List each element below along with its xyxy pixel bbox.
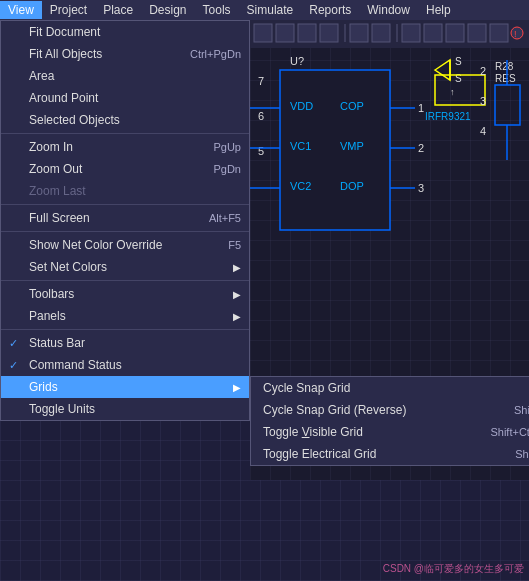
menu-toggle-units[interactable]: Toggle Units: [1, 398, 249, 420]
svg-text:1: 1: [418, 102, 424, 114]
menu-bar: View Project Place Design Tools Simulate…: [0, 0, 529, 20]
menu-item-view[interactable]: View: [0, 1, 42, 19]
submenu-toggle-visible-grid[interactable]: Toggle Visible Grid Shift+Ctrl+G: [251, 421, 529, 443]
menu-set-net-colors[interactable]: Set Net Colors ▶: [1, 256, 249, 278]
svg-rect-11: [402, 24, 420, 42]
menu-zoom-last[interactable]: Zoom Last: [1, 180, 249, 202]
svg-rect-3: [254, 24, 272, 42]
menu-item-window[interactable]: Window: [359, 1, 418, 19]
menu-item-simulate[interactable]: Simulate: [239, 1, 302, 19]
toggle-electrical-grid-label: Toggle Electrical Grid: [263, 447, 376, 461]
menu-item-place[interactable]: Place: [95, 1, 141, 19]
menu-around-point[interactable]: Around Point: [1, 87, 249, 109]
svg-text:VC1: VC1: [290, 140, 311, 152]
svg-point-16: [511, 27, 523, 39]
toggle-units-label: Toggle Units: [29, 402, 95, 416]
status-bar-checkmark: ✓: [9, 337, 18, 350]
submenu-cycle-snap-grid-reverse[interactable]: Cycle Snap Grid (Reverse) Shift+G: [251, 399, 529, 421]
grids-submenu: Cycle Snap Grid G Cycle Snap Grid (Rever…: [250, 376, 529, 466]
toolbars-arrow: ▶: [233, 289, 241, 300]
menu-item-design[interactable]: Design: [141, 1, 194, 19]
menu-zoom-out[interactable]: Zoom Out PgDn: [1, 158, 249, 180]
divider-4: [1, 280, 249, 281]
menu-selected-objects[interactable]: Selected Objects: [1, 109, 249, 131]
menu-item-help[interactable]: Help: [418, 1, 459, 19]
zoom-in-label: Zoom In: [29, 140, 73, 154]
svg-rect-4: [276, 24, 294, 42]
area-label: Area: [29, 69, 54, 83]
svg-rect-9: [372, 24, 390, 42]
menu-fit-all-objects[interactable]: Fit All Objects Ctrl+PgDn: [1, 43, 249, 65]
fit-all-objects-label: Fit All Objects: [29, 47, 102, 61]
svg-text:3: 3: [480, 95, 486, 107]
menu-status-bar[interactable]: ✓ Status Bar: [1, 332, 249, 354]
menu-zoom-in[interactable]: Zoom In PgUp: [1, 136, 249, 158]
svg-rect-8: [350, 24, 368, 42]
menu-item-reports[interactable]: Reports: [301, 1, 359, 19]
menu-panels[interactable]: Panels ▶: [1, 305, 249, 327]
cycle-snap-grid-label: Cycle Snap Grid: [263, 381, 350, 395]
svg-text:!: !: [514, 29, 517, 39]
full-screen-label: Full Screen: [29, 211, 90, 225]
menu-show-net-color[interactable]: Show Net Color Override F5: [1, 234, 249, 256]
svg-rect-6: [320, 24, 338, 42]
set-net-colors-label: Set Net Colors: [29, 260, 107, 274]
svg-text:6: 6: [258, 110, 264, 122]
divider-2: [1, 204, 249, 205]
menu-item-tools[interactable]: Tools: [195, 1, 239, 19]
divider-1: [1, 133, 249, 134]
svg-rect-5: [298, 24, 316, 42]
svg-text:4: 4: [480, 125, 486, 137]
toggle-visible-grid-label: Toggle Visible Grid: [263, 425, 363, 439]
svg-text:RES: RES: [495, 73, 516, 84]
watermark-text: CSDN @临可爱多的女生多可爱: [383, 563, 524, 574]
command-status-checkmark: ✓: [9, 359, 18, 372]
zoom-out-label: Zoom Out: [29, 162, 82, 176]
svg-rect-12: [424, 24, 442, 42]
command-status-label: Command Status: [29, 358, 122, 372]
divider-5: [1, 329, 249, 330]
zoom-last-label: Zoom Last: [29, 184, 86, 198]
menu-area[interactable]: Area: [1, 65, 249, 87]
grids-arrow: ▶: [233, 382, 241, 393]
svg-text:U?: U?: [290, 55, 304, 67]
svg-text:IRFR9321: IRFR9321: [425, 111, 471, 122]
menu-grids[interactable]: Grids ▶: [1, 376, 249, 398]
view-dropdown-menu: Fit Document Fit All Objects Ctrl+PgDn A…: [0, 20, 250, 421]
selected-objects-label: Selected Objects: [29, 113, 120, 127]
svg-text:DOP: DOP: [340, 180, 364, 192]
zoom-in-shortcut: PgUp: [213, 141, 241, 153]
menu-toolbars[interactable]: Toolbars ▶: [1, 283, 249, 305]
menu-fit-document[interactable]: Fit Document: [1, 21, 249, 43]
svg-text:5: 5: [258, 145, 264, 157]
divider-3: [1, 231, 249, 232]
menu-item-project[interactable]: Project: [42, 1, 95, 19]
svg-text:VC2: VC2: [290, 180, 311, 192]
svg-rect-13: [446, 24, 464, 42]
menu-full-screen[interactable]: Full Screen Alt+F5: [1, 207, 249, 229]
svg-text:S: S: [455, 56, 462, 67]
show-net-color-shortcut: F5: [228, 239, 241, 251]
panels-arrow: ▶: [233, 311, 241, 322]
fit-all-objects-shortcut: Ctrl+PgDn: [190, 48, 241, 60]
zoom-out-shortcut: PgDn: [213, 163, 241, 175]
svg-text:↑: ↑: [450, 87, 455, 97]
svg-text:COP: COP: [340, 100, 364, 112]
around-point-label: Around Point: [29, 91, 98, 105]
toggle-electrical-grid-shortcut: Shift+E: [515, 448, 529, 460]
svg-text:VDD: VDD: [290, 100, 313, 112]
fit-document-label: Fit Document: [29, 25, 100, 39]
grids-label: Grids: [29, 380, 58, 394]
svg-text:R28: R28: [495, 61, 514, 72]
submenu-toggle-electrical-grid[interactable]: Toggle Electrical Grid Shift+E: [251, 443, 529, 465]
full-screen-shortcut: Alt+F5: [209, 212, 241, 224]
svg-text:7: 7: [258, 75, 264, 87]
toolbars-label: Toolbars: [29, 287, 74, 301]
svg-text:VMP: VMP: [340, 140, 364, 152]
svg-rect-15: [490, 24, 508, 42]
show-net-color-label: Show Net Color Override: [29, 238, 162, 252]
menu-command-status[interactable]: ✓ Command Status: [1, 354, 249, 376]
submenu-cycle-snap-grid[interactable]: Cycle Snap Grid G: [251, 377, 529, 399]
toggle-visible-grid-shortcut: Shift+Ctrl+G: [490, 426, 529, 438]
svg-text:2: 2: [480, 65, 486, 77]
